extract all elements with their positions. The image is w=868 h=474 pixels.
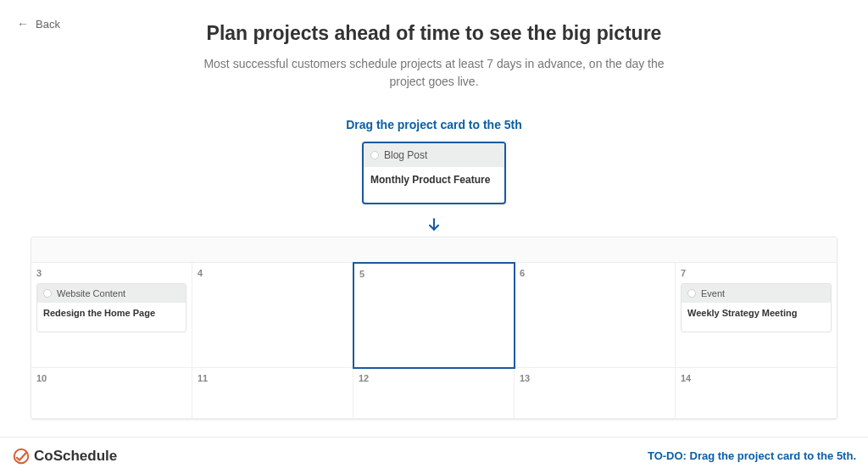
status-dot-icon [687,289,696,298]
calendar-cell-day-12[interactable]: 12 [353,368,515,419]
page-title: Plan projects ahead of time to see the b… [0,22,868,45]
calendar-cell-day-14[interactable]: 14 [676,368,837,419]
project-card-title: Weekly Strategy Meeting [682,303,831,332]
project-card-type: Website Content [57,288,125,298]
calendar-cell-day-10[interactable]: 10 [31,368,192,419]
project-card-type: Event [701,288,725,298]
day-number: 5 [359,269,509,279]
calendar-cell-day-5-drop-target[interactable]: 5 [353,262,515,369]
calendar-cell-day-13[interactable]: 13 [515,368,676,419]
project-card-title: Monthly Product Feature [364,167,504,203]
project-card-website-content[interactable]: Website Content Redesign the Home Page [36,283,186,332]
footer-bar: CoSchedule TO-DO: Drag the project card … [0,437,868,474]
status-dot-icon [370,151,379,159]
day-number: 12 [359,373,509,383]
calendar-cell-day-7[interactable]: 7 Event Weekly Strategy Meeting [676,263,837,368]
page-header: Plan projects ahead of time to see the b… [0,0,868,91]
project-card-header: Website Content [37,284,186,303]
day-number: 4 [198,268,348,278]
draggable-project-card[interactable]: Blog Post Monthly Product Feature [362,142,506,204]
day-number: 3 [36,268,186,278]
coschedule-logo-icon [12,447,31,466]
project-card-header: Event [682,284,831,303]
instruction-text: Drag the project card to the 5th [0,118,868,131]
project-card-type: Blog Post [384,149,427,161]
page-subtitle: Most successful customers schedule proje… [197,55,671,91]
project-card-header: Blog Post [364,143,504,167]
calendar-cell-day-11[interactable]: 11 [192,368,353,419]
day-number: 10 [36,373,186,383]
calendar-cell-day-3[interactable]: 3 Website Content Redesign the Home Page [31,263,192,368]
calendar-row-2: 10 11 12 13 14 [31,368,837,419]
project-card-title: Redesign the Home Page [37,303,186,332]
coschedule-logo[interactable]: CoSchedule [12,447,117,466]
arrow-down-icon [0,216,868,237]
svg-point-1 [14,449,29,463]
day-number: 13 [520,373,670,383]
arrow-left-icon: ← [17,17,29,31]
day-number: 11 [198,373,348,383]
logo-text: CoSchedule [34,448,117,465]
project-card-event[interactable]: Event Weekly Strategy Meeting [681,283,832,332]
calendar-cell-day-6[interactable]: 6 [515,263,676,368]
back-button[interactable]: ← Back [17,17,60,31]
calendar-header-bar [31,237,837,263]
calendar-cell-day-4[interactable]: 4 [192,263,353,368]
day-number: 6 [520,268,670,278]
calendar-row-1: 3 Website Content Redesign the Home Page… [31,263,837,368]
calendar: 3 Website Content Redesign the Home Page… [31,237,837,420]
day-number: 14 [681,373,832,383]
footer-todo-text: TO-DO: Drag the project card to the 5th. [648,449,856,462]
back-label: Back [36,18,60,31]
day-number: 7 [681,268,832,278]
status-dot-icon [43,289,52,298]
